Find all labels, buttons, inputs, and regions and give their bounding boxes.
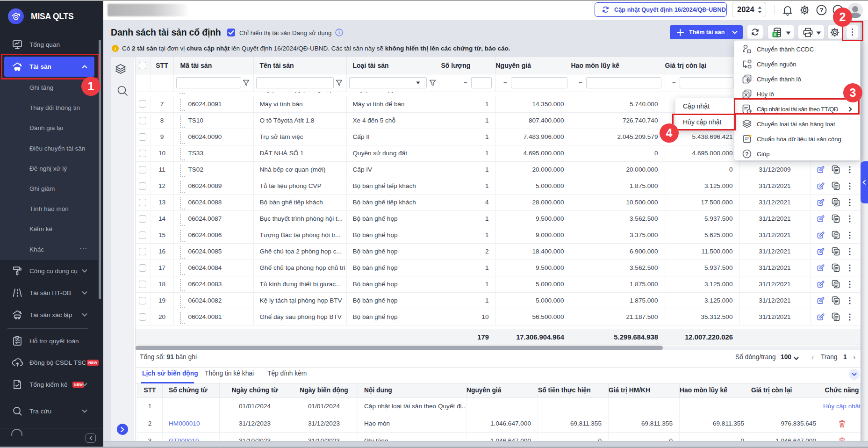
svg-text:?: ? [819,7,823,14]
svg-text:?: ? [745,151,748,158]
svg-text:X: X [774,32,777,37]
